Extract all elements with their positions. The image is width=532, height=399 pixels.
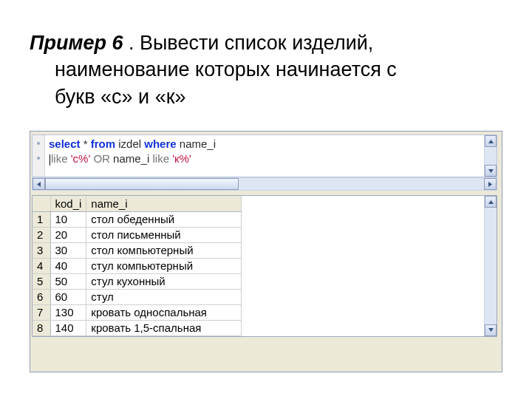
scroll-left-icon[interactable]: [33, 178, 45, 190]
sql-vertical-scrollbar[interactable]: [484, 135, 497, 177]
svg-marker-0: [488, 140, 494, 143]
cell-kod[interactable]: 50: [50, 273, 86, 289]
row-header[interactable]: 4: [33, 258, 50, 273]
cell-name[interactable]: стул компьютерный: [86, 258, 242, 273]
row-header[interactable]: 1: [33, 211, 50, 227]
cell-name[interactable]: стул: [86, 289, 242, 304]
row-header[interactable]: 6: [33, 289, 50, 304]
cell-kod[interactable]: 140: [50, 320, 86, 335]
cell-name[interactable]: кровать односпальная: [86, 304, 242, 320]
scroll-down-icon[interactable]: [485, 324, 497, 336]
corner-cell[interactable]: [33, 196, 50, 211]
svg-marker-2: [37, 182, 41, 187]
example-label: Пример 6: [30, 32, 123, 54]
scroll-up-icon[interactable]: [485, 196, 497, 208]
row-header[interactable]: 3: [33, 242, 50, 258]
scroll-right-icon[interactable]: [484, 178, 497, 190]
cell-name[interactable]: стол компьютерный: [86, 242, 242, 258]
results-grid[interactable]: kod_i name_i 110стол обеденный220стол пи…: [32, 195, 497, 337]
cell-name[interactable]: кровать 1,5-спальная: [86, 320, 242, 335]
table-row[interactable]: 7130кровать односпальная: [33, 304, 242, 320]
db-result-window: select * from izdel where name_i like 'с…: [30, 131, 502, 372]
column-header-kod[interactable]: kod_i: [50, 196, 86, 211]
cell-kod[interactable]: 10: [50, 211, 86, 227]
table-row[interactable]: 550стул кухонный: [33, 273, 242, 289]
scroll-track[interactable]: [239, 178, 484, 190]
table-row[interactable]: 110стол обеденный: [33, 211, 242, 227]
scroll-up-icon[interactable]: [485, 135, 497, 147]
table-row[interactable]: 440стул компьютерный: [33, 258, 242, 273]
page-title: Пример 6 . Вывести список изделий, наиме…: [30, 30, 502, 110]
cell-name[interactable]: стул кухонный: [86, 273, 242, 289]
title-line1: Вывести список изделий,: [140, 32, 373, 54]
cell-kod[interactable]: 130: [50, 304, 86, 320]
svg-marker-1: [488, 169, 494, 173]
table-row[interactable]: 8140кровать 1,5-спальная: [33, 320, 242, 335]
cell-kod[interactable]: 60: [50, 289, 86, 304]
sql-editor[interactable]: select * from izdel where name_i like 'с…: [32, 134, 497, 177]
scroll-down-icon[interactable]: [485, 165, 497, 177]
cell-kod[interactable]: 40: [50, 258, 86, 273]
title-line2: наименование которых начинается с: [30, 56, 502, 83]
cell-name[interactable]: стол письменный: [86, 227, 242, 242]
row-header[interactable]: 5: [33, 273, 50, 289]
table-row[interactable]: 220стол письменный: [33, 227, 242, 242]
table-row[interactable]: 330стол компьютерный: [33, 242, 242, 258]
grid-vertical-scrollbar[interactable]: [484, 196, 497, 336]
scroll-thumb[interactable]: [45, 178, 239, 190]
svg-marker-5: [488, 328, 494, 332]
title-line3: букв «с» и «к»: [30, 83, 502, 110]
sql-gutter: [33, 135, 45, 177]
title-dot: .: [123, 32, 140, 54]
row-header[interactable]: 7: [33, 304, 50, 320]
results-table: kod_i name_i 110стол обеденный220стол пи…: [33, 196, 242, 336]
row-header[interactable]: 2: [33, 227, 50, 242]
svg-marker-4: [488, 200, 494, 204]
cell-kod[interactable]: 30: [50, 242, 86, 258]
cell-kod[interactable]: 20: [50, 227, 86, 242]
header-row: kod_i name_i: [33, 196, 242, 211]
cell-name[interactable]: стол обеденный: [86, 211, 242, 227]
row-header[interactable]: 8: [33, 320, 50, 335]
column-header-name[interactable]: name_i: [86, 196, 242, 211]
sql-horizontal-scrollbar[interactable]: [32, 177, 497, 191]
sql-text[interactable]: select * from izdel where name_i like 'с…: [33, 135, 497, 168]
text-caret: [50, 154, 50, 166]
svg-marker-3: [488, 182, 492, 187]
table-row[interactable]: 660стул: [33, 289, 242, 304]
